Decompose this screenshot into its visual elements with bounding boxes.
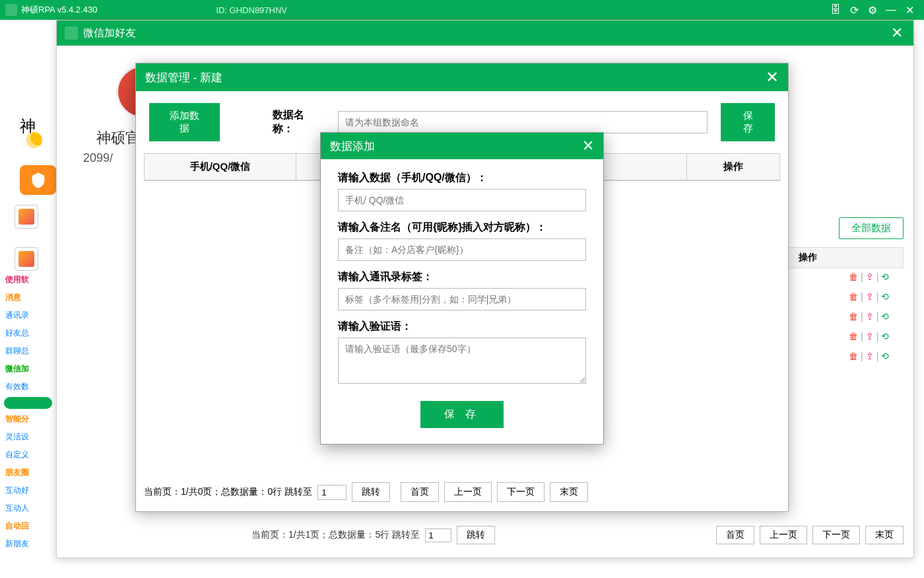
sidebar-item-8[interactable]: 灵活设 <box>0 428 56 446</box>
pager-first-button[interactable]: 首页 <box>716 526 754 544</box>
data-name-input[interactable] <box>338 111 708 133</box>
win2-text2: 2099/ <box>83 151 113 165</box>
win2-text1: 神硕官 <box>96 128 140 148</box>
export-icon[interactable]: ⇪ <box>866 291 874 302</box>
delete-icon[interactable]: 🗑 <box>849 271 858 282</box>
sidebar-item-3[interactable]: 好友总 <box>0 324 56 342</box>
d1-first-button[interactable]: 首页 <box>401 482 439 502</box>
table-header-operation: 操作 <box>785 247 904 268</box>
orange-badge-icon[interactable] <box>20 165 56 195</box>
win2-title: 微信加好友 <box>83 26 136 40</box>
export-icon[interactable]: ⇪ <box>866 331 874 342</box>
dialog1-title: 数据管理 - 新建 <box>145 70 222 85</box>
app-title: 神硕RPA v5.4.2.430 <box>21 4 97 16</box>
action-row-2: 🗑|⇪|⟲ <box>849 307 908 326</box>
sidebar-item-6[interactable]: 有效数 <box>0 378 56 396</box>
sidebar-item-11[interactable]: 互动好 <box>0 482 56 499</box>
d2-input-verify[interactable] <box>338 338 586 384</box>
col-phone: 手机/QQ/微信 <box>145 154 296 180</box>
app-logo-icon <box>5 4 17 16</box>
minimize-button[interactable]: — <box>882 1 900 19</box>
dialog1-save-button[interactable]: 保 存 <box>721 103 775 141</box>
action-icons-column: 🗑|⇪|⟲🗑|⇪|⟲🗑|⇪|⟲🗑|⇪|⟲🗑|⇪|⟲ <box>849 267 908 366</box>
export-icon[interactable]: ⇪ <box>866 311 874 322</box>
win2-titlebar: 微信加好友 ✕ <box>57 20 913 46</box>
sidebar-item-10[interactable]: 朋友圈 <box>0 464 56 482</box>
all-data-button[interactable]: 全部数据 <box>839 217 904 239</box>
dialog1-titlebar: 数据管理 - 新建 ✕ <box>136 63 788 91</box>
dialog2-close-button[interactable]: ✕ <box>582 137 594 155</box>
d1-last-button[interactable]: 末页 <box>550 482 588 502</box>
add-data-button[interactable]: 添加数据 <box>149 103 220 141</box>
action-row-4: 🗑|⇪|⟲ <box>849 346 908 366</box>
pager-next-button[interactable]: 下一页 <box>812 526 860 544</box>
app-id: ID: GHDN897HNV <box>216 5 287 15</box>
win2-close-button[interactable]: ✕ <box>888 24 906 42</box>
win2-logo-icon <box>65 26 78 40</box>
action-row-0: 🗑|⇪|⟲ <box>849 267 908 287</box>
export-icon[interactable]: ⇪ <box>866 351 874 361</box>
refresh-icon[interactable]: ⟲ <box>881 291 889 302</box>
refresh-icon[interactable]: ⟳ <box>845 1 863 19</box>
action-row-1: 🗑|⇪|⟲ <box>849 287 908 307</box>
export-icon[interactable]: ⇪ <box>866 271 874 282</box>
sidebar-item-12[interactable]: 互动人 <box>0 499 56 517</box>
sidebar-item-5[interactable]: 微信加 <box>0 360 56 378</box>
pager-prev-button[interactable]: 上一页 <box>760 526 807 544</box>
delete-icon[interactable]: 🗑 <box>849 291 858 302</box>
delete-icon[interactable]: 🗑 <box>849 311 858 322</box>
pager-last-button[interactable]: 末页 <box>865 526 904 544</box>
close-button[interactable]: ✕ <box>900 1 919 19</box>
db-icon[interactable]: 🗄 <box>826 1 845 19</box>
col-operation: 操作 <box>687 154 779 180</box>
win2-pagination: 当前页：1/共1页；总数据量：5行 跳转至 跳转 首页 上一页 下一页 末页 <box>251 526 904 544</box>
dialog1-close-button[interactable]: ✕ <box>766 68 779 87</box>
data-name-label: 数据名称： <box>273 108 325 136</box>
d1-next-button[interactable]: 下一页 <box>497 482 544 502</box>
sidebar-item-13[interactable]: 自动回 <box>0 517 56 535</box>
sidebar-item-9[interactable]: 自定义 <box>0 446 56 464</box>
pager-jump-button[interactable]: 跳转 <box>457 526 495 544</box>
pager-info: 当前页：1/共1页；总数据量：5行 跳转至 <box>251 529 420 541</box>
d1-jump-button[interactable]: 跳转 <box>352 482 390 502</box>
dialog2-titlebar: 数据添加 ✕ <box>321 133 603 159</box>
dialog2-title: 数据添加 <box>330 139 375 154</box>
refresh-icon[interactable]: ⟲ <box>881 331 889 342</box>
left-sidebar: 神 使用软消息通讯录好友总群聊总微信加有效数智能分灵活设自定义朋友圈互动好互动人… <box>0 20 56 578</box>
pager-page-input[interactable] <box>425 528 451 542</box>
d2-label-remark: 请输入备注名（可用{昵称}插入对方昵称）： <box>338 221 586 235</box>
mini-icons <box>15 205 38 289</box>
d2-input-data[interactable] <box>338 189 586 211</box>
refresh-icon[interactable]: ⟲ <box>881 351 889 361</box>
d2-label-data: 请输入数据（手机/QQ/微信）： <box>338 171 586 185</box>
action-row-3: 🗑|⇪|⟲ <box>849 326 908 346</box>
sidebar-active-pill <box>4 397 52 409</box>
d2-input-remark[interactable] <box>338 238 586 261</box>
d2-label-tag: 请输入通讯录标签： <box>338 270 586 284</box>
dialog2-body: 请输入数据（手机/QQ/微信）： 请输入备注名（可用{昵称}插入对方昵称）： 请… <box>321 159 603 444</box>
dialog1-pagination: 当前页：1/共0页；总数据量：0行 跳转至 跳转 首页 上一页 下一页 末页 <box>144 476 780 502</box>
sidebar-item-4[interactable]: 群聊总 <box>0 342 56 360</box>
sidebar-item-1[interactable]: 消息 <box>0 289 56 307</box>
sidebar-item-2[interactable]: 通讯录 <box>0 307 56 324</box>
d1-prev-button[interactable]: 上一页 <box>444 482 492 502</box>
dialog2-save-button[interactable]: 保 存 <box>420 401 504 428</box>
sidebar-item-7[interactable]: 智能分 <box>0 410 56 428</box>
d2-label-verify: 请输入验证语： <box>338 320 586 334</box>
main-titlebar: 神硕RPA v5.4.2.430 ID: GHDN897HNV 🗄 ⟳ ⚙ — … <box>0 0 924 20</box>
shield-check-icon <box>29 171 48 190</box>
settings-icon[interactable]: ⚙ <box>863 1 882 19</box>
data-add-dialog: 数据添加 ✕ 请输入数据（手机/QQ/微信）： 请输入备注名（可用{昵称}插入对… <box>320 132 604 445</box>
refresh-icon[interactable]: ⟲ <box>881 311 889 322</box>
sidebar-item-14[interactable]: 新朋友 <box>0 535 56 553</box>
mini-icon-1[interactable] <box>15 205 38 229</box>
d1-pager-input[interactable] <box>317 485 346 500</box>
refresh-icon[interactable]: ⟲ <box>881 271 889 282</box>
d2-input-tag[interactable] <box>338 288 586 310</box>
moon-icon <box>26 132 42 148</box>
d1-pager-info: 当前页：1/共0页；总数据量：0行 跳转至 <box>144 486 312 498</box>
delete-icon[interactable]: 🗑 <box>849 331 858 342</box>
delete-icon[interactable]: 🗑 <box>849 351 858 361</box>
mini-icon-2[interactable] <box>15 247 38 271</box>
